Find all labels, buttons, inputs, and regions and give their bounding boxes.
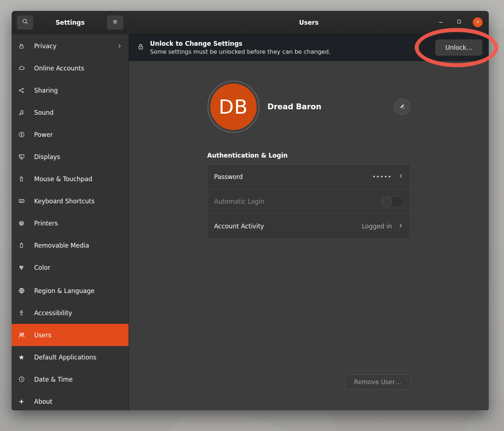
- authentication-panel: Password ••••• Automatic Login Acc: [207, 164, 411, 239]
- banner-text: Unlock to Change Settings Some settings …: [150, 40, 330, 55]
- avatar-ring: DB: [207, 81, 260, 133]
- sidebar-item-mouse-touchpad[interactable]: Mouse & Touchpad: [12, 168, 129, 190]
- edit-name-button[interactable]: [394, 98, 411, 115]
- settings-window: Settings Privacy Online Accounts Sharing: [12, 11, 489, 410]
- remove-user-button[interactable]: Remove User…: [345, 374, 410, 390]
- authentication-section: Authentication & Login Password ••••• Au…: [207, 152, 411, 239]
- maximize-button[interactable]: [454, 17, 464, 27]
- password-label: Password: [214, 173, 243, 180]
- power-icon: [18, 131, 25, 138]
- color-icon: [18, 264, 25, 271]
- cloud-icon: [18, 65, 25, 72]
- sidebar-item-label: About: [34, 398, 52, 405]
- star-icon: [18, 354, 25, 361]
- sidebar-item-default-applications[interactable]: Default Applications: [12, 346, 129, 368]
- password-row[interactable]: Password •••••: [208, 164, 410, 189]
- sidebar-title: Settings: [56, 19, 85, 26]
- maximize-icon: [456, 19, 462, 26]
- sidebar-item-about[interactable]: About: [12, 390, 129, 410]
- lock-icon: [18, 43, 25, 49]
- sidebar-item-label: Sharing: [34, 87, 58, 94]
- chevron-right-icon: [117, 43, 122, 49]
- sidebar-item-label: Users: [34, 332, 52, 339]
- share-icon: [18, 87, 25, 94]
- lock-icon: [137, 43, 145, 52]
- sidebar-item-label: Online Accounts: [34, 65, 84, 72]
- mouse-icon: [18, 176, 25, 182]
- account-activity-value: Logged in: [362, 223, 392, 230]
- sparkle-icon: [18, 398, 25, 405]
- sidebar-list: Privacy Online Accounts Sharing Sound Po…: [12, 34, 129, 410]
- globe-icon: [18, 287, 25, 294]
- automatic-login-toggle[interactable]: [381, 196, 404, 207]
- search-icon: [22, 18, 29, 27]
- sidebar-item-label: Privacy: [34, 42, 57, 50]
- titlebar: Users: [129, 11, 489, 34]
- sidebar-item-label: Sound: [34, 109, 54, 116]
- sidebar-item-keyboard-shortcuts[interactable]: Keyboard Shortcuts: [12, 190, 129, 212]
- automatic-login-row: Automatic Login: [208, 189, 410, 214]
- password-value: •••••: [373, 174, 392, 179]
- keyboard-icon: [18, 198, 25, 204]
- sidebar-item-date-time[interactable]: Date & Time: [12, 368, 129, 390]
- sidebar-item-color[interactable]: Color: [12, 256, 129, 278]
- chevron-right-icon: [398, 173, 404, 180]
- account-activity-row[interactable]: Account Activity Logged in: [208, 214, 410, 239]
- section-heading: Authentication & Login: [207, 152, 411, 159]
- window-controls: [436, 17, 489, 27]
- accessibility-icon: [18, 310, 25, 316]
- menu-button[interactable]: [107, 15, 123, 30]
- sidebar-item-label: Printers: [34, 220, 58, 227]
- sidebar-item-privacy[interactable]: Privacy: [12, 35, 129, 57]
- page-title: Users: [129, 19, 489, 26]
- music-note-icon: [18, 109, 25, 116]
- removable-media-icon: [18, 242, 25, 249]
- users-icon: [18, 332, 25, 338]
- sidebar-item-users[interactable]: Users: [12, 324, 129, 346]
- sidebar-item-label: Color: [34, 264, 50, 271]
- sidebar-item-sound[interactable]: Sound: [12, 101, 129, 123]
- close-button[interactable]: [473, 17, 483, 27]
- main-panel: Users Unlock to Change Settings Some set…: [129, 11, 489, 410]
- sidebar-item-label: Region & Language: [34, 287, 94, 294]
- banner-title: Unlock to Change Settings: [150, 40, 330, 47]
- minimize-icon: [438, 19, 444, 27]
- sidebar-item-label: Keyboard Shortcuts: [34, 198, 95, 205]
- pencil-icon: [399, 103, 406, 111]
- sidebar-item-label: Default Applications: [34, 354, 96, 361]
- sidebar-item-removable-media[interactable]: Removable Media: [12, 234, 129, 256]
- minimize-button[interactable]: [436, 17, 446, 27]
- sidebar-item-label: Accessibility: [34, 309, 72, 317]
- close-icon: [475, 19, 481, 26]
- printer-icon: [18, 220, 25, 227]
- chevron-right-icon: [398, 223, 404, 230]
- sidebar-item-label: Date & Time: [34, 376, 73, 383]
- sidebar-item-sharing[interactable]: Sharing: [12, 79, 129, 101]
- background-shape: [488, 29, 504, 399]
- unlock-button[interactable]: Unlock…: [435, 40, 482, 56]
- user-name: Dread Baron: [268, 102, 321, 111]
- sidebar-item-accessibility[interactable]: Accessibility: [12, 302, 129, 324]
- toggle-knob: [381, 196, 392, 207]
- account-activity-label: Account Activity: [214, 223, 264, 230]
- unlock-banner: Unlock to Change Settings Some settings …: [129, 34, 489, 61]
- sidebar-item-label: Displays: [34, 153, 60, 160]
- sidebar-item-label: Power: [34, 131, 53, 138]
- search-button[interactable]: [17, 15, 33, 30]
- sidebar-item-printers[interactable]: Printers: [12, 212, 129, 234]
- display-icon: [18, 153, 25, 160]
- clock-icon: [18, 376, 25, 383]
- sidebar: Settings Privacy Online Accounts Sharing: [12, 11, 129, 410]
- sidebar-item-power[interactable]: Power: [12, 123, 129, 146]
- sidebar-item-displays[interactable]: Displays: [12, 146, 129, 168]
- avatar: DB: [210, 84, 257, 130]
- user-card: DB Dread Baron: [207, 81, 411, 133]
- sidebar-item-online-accounts[interactable]: Online Accounts: [12, 57, 129, 79]
- sidebar-item-label: Removable Media: [34, 242, 89, 249]
- sidebar-item-region-language[interactable]: Region & Language: [12, 280, 129, 302]
- banner-subtitle: Some settings must be unlocked before th…: [150, 48, 330, 55]
- automatic-login-label: Automatic Login: [214, 198, 264, 205]
- sidebar-header: Settings: [12, 11, 129, 34]
- hamburger-menu-icon: [112, 19, 118, 27]
- sidebar-item-label: Mouse & Touchpad: [34, 175, 92, 183]
